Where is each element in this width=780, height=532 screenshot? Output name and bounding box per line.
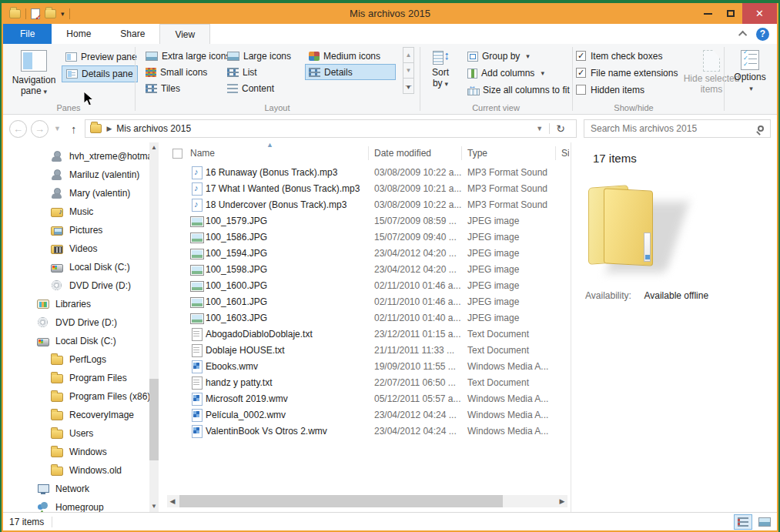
hidden-items-checkbox[interactable]: Hidden items [576, 82, 644, 98]
file-row[interactable]: Película_0002.wmv 23/04/2012 04:24 ... W… [166, 407, 569, 423]
gallery-scroll-down-icon[interactable]: ▼ [403, 62, 414, 79]
nav-tree-item[interactable]: Mariluz (valentin) [3, 166, 163, 184]
file-name: 100_1603.JPG [206, 313, 374, 323]
nav-tree-item[interactable]: Network [3, 480, 163, 498]
file-row[interactable]: 100_1601.JPG 02/11/2010 01:46 a... JPEG … [166, 293, 569, 309]
tab-home[interactable]: Home [52, 24, 105, 44]
nav-tree-item[interactable]: Libraries [3, 295, 163, 313]
preview-pane-button[interactable]: Preview pane [62, 49, 141, 65]
horizontal-scrollbar[interactable]: ◀ ▶ [167, 495, 567, 507]
file-row[interactable]: 16 Runaway (Bonus Track).mp3 03/08/2009 … [166, 164, 569, 180]
close-button[interactable]: ✕ [742, 3, 777, 24]
file-row[interactable]: Doblaje HOUSE.txt 21/11/2011 11:33 ... T… [166, 342, 569, 358]
file-row[interactable]: 100_1600.JPG 02/11/2010 01:46 a... JPEG … [166, 277, 569, 293]
nav-tree-item[interactable]: Users [3, 424, 163, 443]
nav-tree-item[interactable]: Mary (valentin) [3, 184, 163, 202]
gallery-more-icon[interactable]: —▼ [403, 78, 414, 94]
nav-tree-item[interactable]: Videos [3, 239, 163, 258]
column-header-type[interactable]: Type [467, 148, 487, 159]
content-item[interactable]: Content [223, 80, 305, 96]
small-icons-item[interactable]: Small icons [142, 64, 223, 80]
add-columns-button[interactable]: Add columns [464, 65, 548, 82]
breadcrumb[interactable]: ▶ Mis archivos 2015 ▼ ↻ [85, 119, 577, 138]
extra-large-icons-item[interactable]: Extra large icons [142, 48, 223, 64]
nav-tree-item[interactable]: Local Disk (C:) [3, 332, 163, 350]
nav-scrollbar-thumb[interactable] [149, 379, 159, 460]
minimize-button[interactable] [696, 3, 719, 24]
group-by-button[interactable]: Group by [464, 48, 534, 65]
sort-by-button[interactable]: Sort by [420, 45, 460, 101]
details-pane-button[interactable]: Details pane [62, 65, 138, 82]
scroll-up-icon[interactable]: ▲ [149, 142, 159, 153]
scroll-left-icon[interactable]: ◀ [167, 495, 178, 507]
nav-tree-item[interactable]: Local Disk (C:) [3, 258, 163, 276]
file-row[interactable]: 100_1598.JPG 23/04/2012 04:20 ... JPEG i… [166, 261, 569, 277]
file-row[interactable]: 18 Undercover (Bonus Track).mp3 03/08/20… [166, 196, 569, 212]
options-button[interactable]: Options [727, 45, 773, 101]
item-check-boxes-checkbox[interactable]: ✓ Item check boxes [576, 48, 662, 64]
nav-tree-item[interactable]: DVD Drive (D:) [3, 276, 163, 295]
details-view-item[interactable]: Details [305, 64, 396, 80]
address-dropdown-icon[interactable]: ▼ [530, 125, 549, 132]
forward-button[interactable]: → [31, 120, 49, 138]
file-name-extensions-checkbox[interactable]: ✓ File name extensions [576, 65, 678, 81]
file-row[interactable]: 100_1603.JPG 02/11/2010 01:40 a... JPEG … [166, 309, 569, 326]
properties-icon[interactable] [31, 8, 40, 19]
folder-icon[interactable] [9, 9, 21, 18]
medium-icons-item[interactable]: Medium icons [305, 48, 396, 64]
search-icon[interactable] [758, 125, 764, 132]
recent-locations-icon[interactable]: ▼ [54, 125, 61, 132]
scrollbar-thumb[interactable] [179, 495, 503, 507]
select-all-checkbox[interactable] [172, 149, 182, 159]
search-input[interactable]: Search Mis archivos 2015 [584, 119, 771, 138]
nav-tree-item[interactable]: Homegroup [3, 498, 163, 512]
size-all-columns-button[interactable]: Size all columns to fit [464, 82, 574, 99]
nav-tree-item[interactable]: Pictures [3, 221, 163, 239]
details-view-button[interactable] [734, 514, 752, 530]
nav-tree-item[interactable]: hvh_xtreme@hotma [3, 147, 163, 166]
file-name-extensions-label: File name extensions [591, 68, 678, 79]
tab-share[interactable]: Share [105, 24, 159, 44]
nav-tree-item[interactable]: Music [3, 202, 163, 221]
folder-icon [51, 373, 63, 383]
tiles-item[interactable]: Tiles [142, 80, 223, 96]
minimize-ribbon-icon[interactable] [738, 31, 747, 39]
column-header-size[interactable]: Si [561, 148, 569, 159]
file-row[interactable]: 100_1586.JPG 15/07/2009 09:40 ... JPEG i… [166, 229, 569, 245]
column-header-name[interactable]: Name [190, 148, 215, 159]
nav-scrollbar[interactable]: ▲ ▼ [149, 142, 159, 512]
refresh-icon[interactable]: ↻ [549, 123, 571, 134]
column-header-date-modified[interactable]: Date modified [374, 148, 431, 159]
breadcrumb-path[interactable]: Mis archivos 2015 [116, 123, 191, 134]
tab-view[interactable]: View [159, 24, 210, 44]
nav-tree-item[interactable]: RecoveryImage [3, 406, 163, 424]
maximize-button[interactable] [719, 3, 742, 24]
file-row[interactable]: handz y patty.txt 22/07/2011 06:50 ... T… [166, 374, 569, 390]
nav-tree-item[interactable]: DVD Drive (D:) [3, 313, 163, 332]
file-row[interactable]: ValentinBook Vs Otros 2.wmv 23/04/2012 0… [166, 423, 569, 439]
scroll-down-icon[interactable]: ▼ [149, 501, 159, 512]
list-item[interactable]: List [223, 64, 305, 80]
gallery-scroll-up-icon[interactable]: ▲ [403, 47, 414, 63]
new-folder-icon[interactable] [45, 9, 56, 18]
nav-tree-item[interactable]: PerfLogs [3, 350, 163, 369]
file-row[interactable]: Microsoft 2019.wmv 05/12/2011 05:57 a...… [166, 390, 569, 407]
tab-file[interactable]: File [3, 24, 52, 44]
qat-customize-icon[interactable]: ▾ [61, 10, 65, 18]
file-row[interactable]: 17 What I Wanted (Bonus Track).mp3 03/08… [166, 180, 569, 196]
file-row[interactable]: 100_1594.JPG 23/04/2012 04:20 ... JPEG i… [166, 245, 569, 261]
scroll-right-icon[interactable]: ▶ [557, 495, 567, 507]
file-row[interactable]: Ebooks.wmv 19/09/2010 11:55 ... Windows … [166, 358, 569, 374]
up-button[interactable]: ↑ [71, 122, 77, 136]
navigation-pane-button[interactable]: Navigation pane [5, 45, 63, 101]
nav-tree-item[interactable]: Windows.old [3, 461, 163, 480]
large-icons-item[interactable]: Large icons [223, 48, 305, 64]
file-row[interactable]: 100_1579.JPG 15/07/2009 08:59 ... JPEG i… [166, 212, 569, 229]
back-button[interactable]: ← [9, 120, 27, 138]
nav-tree-item[interactable]: Program Files [3, 369, 163, 387]
nav-tree-item[interactable]: Program Files (x86) [3, 387, 163, 406]
help-icon[interactable]: ? [756, 28, 769, 41]
nav-tree-item[interactable]: Windows [3, 443, 163, 461]
file-row[interactable]: AbogadoDiabloDoblaje.txt 23/12/2011 01:1… [166, 326, 569, 342]
thumbnails-view-button[interactable] [755, 514, 774, 530]
